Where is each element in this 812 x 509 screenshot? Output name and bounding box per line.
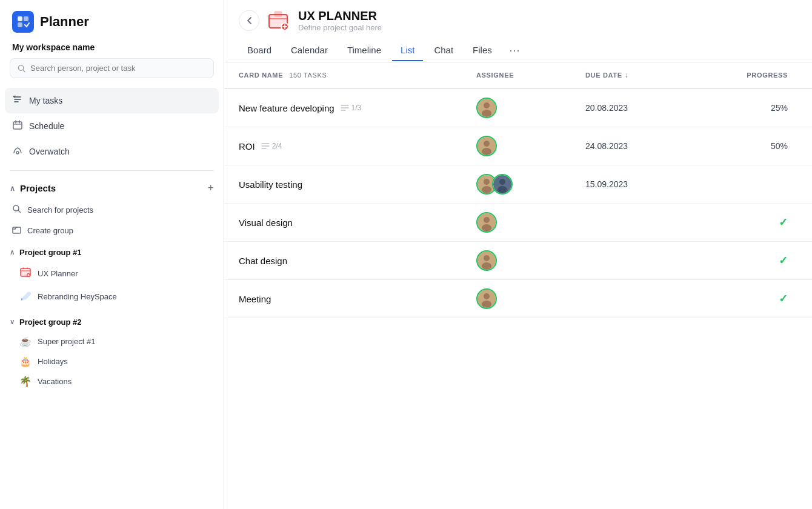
project-item-super-project[interactable]: ☕ Super project #1: [0, 331, 224, 351]
project-item-ux-planner[interactable]: UX Planner: [0, 262, 224, 285]
card-name-cell: New feature developing 1/3: [239, 103, 476, 113]
sidebar-item-schedule-label: Schedule: [29, 121, 64, 131]
svg-point-43: [482, 148, 491, 155]
avatar: [476, 250, 497, 271]
projects-chevron: ∧: [10, 184, 15, 193]
svg-point-46: [482, 186, 491, 193]
ux-planner-icon: [19, 266, 32, 281]
progress-cell: ✓: [707, 292, 797, 305]
table-row[interactable]: Chat design ✓: [224, 242, 812, 280]
tab-files[interactable]: Files: [464, 40, 501, 61]
sidebar-item-my-tasks[interactable]: My tasks: [5, 88, 219, 113]
due-date-cell: 24.08.2023: [585, 141, 707, 151]
projects-section-header[interactable]: ∧ Projects +: [0, 177, 224, 199]
th-assignee: ASSIGNEE: [476, 72, 585, 79]
svg-rect-2: [18, 22, 22, 27]
sidebar-item-overwatch-label: Overwatch: [29, 147, 70, 156]
my-tasks-icon: [12, 94, 23, 107]
avatar: [476, 288, 497, 309]
card-name-cell: Usability testing: [239, 179, 476, 190]
svg-point-51: [484, 217, 490, 223]
svg-point-45: [484, 179, 490, 185]
svg-rect-8: [13, 122, 22, 129]
add-project-button[interactable]: +: [207, 182, 214, 195]
sidebar: Planner My workspace name My tasks: [0, 0, 224, 509]
card-name-cell: Visual design: [239, 218, 476, 228]
due-date-cell: 20.08.2023: [585, 103, 707, 113]
assignee-cell: [476, 136, 585, 156]
card-name-cell: Chat design: [239, 256, 476, 266]
svg-point-58: [482, 301, 491, 308]
sidebar-item-schedule[interactable]: Schedule: [5, 113, 219, 139]
projects-section-label: ∧ Projects: [10, 183, 56, 193]
top-bar: UX PLANNER Define project goal here: [224, 0, 812, 33]
group-2-chevron: ∨: [10, 318, 15, 326]
tab-calendar[interactable]: Calendar: [282, 40, 336, 61]
table-row[interactable]: Usability testing: [224, 165, 812, 204]
table-row[interactable]: New feature developing 1/3: [224, 89, 812, 127]
svg-point-37: [482, 110, 491, 117]
th-card-name: CARD NAME 150 TASKS: [239, 72, 476, 79]
holidays-label: Holidays: [38, 357, 68, 366]
create-group-label: Create group: [27, 226, 73, 235]
table-row[interactable]: Meeting ✓: [224, 280, 812, 318]
back-button[interactable]: [239, 10, 259, 31]
holidays-icon: 🎂: [19, 356, 32, 367]
tab-more-button[interactable]: ⋯: [503, 39, 526, 62]
sidebar-item-overwatch[interactable]: Overwatch: [5, 139, 219, 164]
project-header: UX PLANNER Define project goal here: [267, 8, 797, 33]
schedule-icon: [12, 119, 23, 133]
table-header: CARD NAME 150 TASKS ASSIGNEE DUE DATE ↓ …: [224, 62, 812, 89]
card-name-text: Chat design: [239, 256, 287, 266]
th-due-date: DUE DATE ↓: [585, 71, 707, 79]
avatar: [476, 98, 497, 118]
project-group-2-header[interactable]: ∨ Project group #2: [0, 313, 224, 331]
project-item-rebranding[interactable]: Rebranding HeySpace: [0, 285, 224, 308]
project-subtitle: Define project goal here: [298, 23, 382, 32]
nav-items: My tasks Schedule Overwatch: [0, 88, 224, 164]
create-group-action[interactable]: Create group: [0, 220, 224, 241]
assignee-cell: [476, 174, 585, 195]
overwatch-icon: [12, 145, 23, 158]
search-projects-label: Search for projects: [27, 205, 93, 215]
table-row[interactable]: ROI 2/4: [224, 127, 812, 165]
tab-timeline[interactable]: Timeline: [339, 40, 390, 61]
project-group-2: ∨ Project group #2 ☕ Super project #1 🎂 …: [0, 310, 224, 394]
project-group-2-label: Project group #2: [19, 318, 82, 327]
tab-list[interactable]: List: [392, 40, 423, 61]
divider-1: [10, 170, 214, 171]
card-name-text: New feature developing: [239, 103, 334, 113]
card-name-text: ROI: [239, 141, 255, 151]
avatar: [476, 136, 497, 156]
subtask-info: 1/3: [341, 104, 362, 112]
project-item-holidays[interactable]: 🎂 Holidays: [0, 351, 224, 371]
tab-board[interactable]: Board: [239, 40, 280, 61]
assignee-cell: [476, 212, 585, 233]
tab-chat[interactable]: Chat: [425, 40, 462, 61]
progress-cell: ✓: [707, 254, 797, 267]
search-input[interactable]: [30, 64, 206, 73]
th-progress: PROGRESS: [707, 72, 797, 79]
group-1-chevron: ∧: [10, 248, 15, 256]
project-header-icon: [267, 8, 291, 33]
super-project-icon: ☕: [19, 336, 32, 347]
project-group-1-header[interactable]: ∧ Project group #1: [0, 243, 224, 262]
rebranding-icon: [19, 289, 32, 304]
search-box[interactable]: [10, 58, 214, 78]
table-area: CARD NAME 150 TASKS ASSIGNEE DUE DATE ↓ …: [224, 62, 812, 509]
progress-cell: 25%: [707, 103, 797, 113]
search-projects-action[interactable]: Search for projects: [0, 199, 224, 220]
svg-point-52: [482, 224, 491, 231]
due-date-cell: 15.09.2023: [585, 179, 707, 189]
project-item-vacations[interactable]: 🌴 Vacations: [0, 371, 224, 391]
ux-planner-label: UX Planner: [38, 269, 78, 278]
search-projects-icon: [12, 204, 21, 215]
table-row[interactable]: Visual design ✓: [224, 204, 812, 242]
vacations-icon: 🌴: [19, 376, 32, 387]
progress-cell: 50%: [707, 141, 797, 151]
check-icon: ✓: [779, 292, 788, 305]
card-name-cell: ROI 2/4: [239, 141, 476, 151]
assignee-cell: [476, 288, 585, 309]
tabs: Board Calendar Timeline List Chat Files …: [224, 33, 812, 62]
app-logo-icon: [12, 11, 34, 33]
